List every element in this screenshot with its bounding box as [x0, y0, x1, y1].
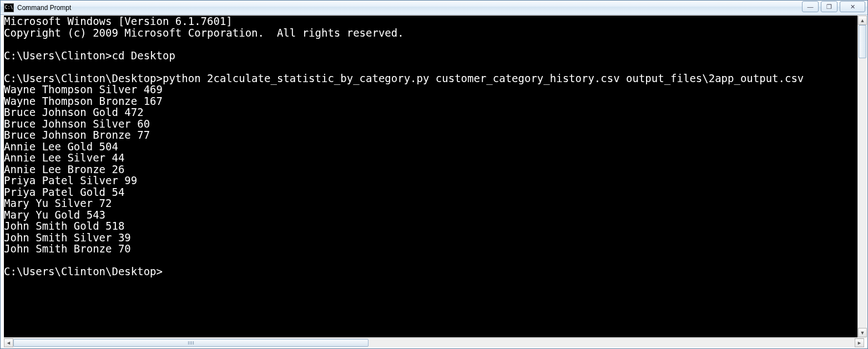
maximize-button[interactable]: ❐ — [821, 1, 837, 12]
terminal-output: Microsoft Windows [Version 6.1.7601]Copy… — [4, 16, 864, 277]
scroll-down-button[interactable]: ▼ — [858, 328, 867, 337]
vertical-scroll-track[interactable] — [858, 25, 867, 328]
terminal-line: Bruce Johnson Gold 472 — [4, 107, 864, 118]
chevron-up-icon: ▲ — [860, 18, 865, 23]
terminal-line: C:\Users\Clinton\Desktop>python 2calcula… — [4, 73, 864, 84]
scroll-left-button[interactable]: ◄ — [4, 338, 13, 347]
window-controls: — ❐ ✕ — [802, 1, 865, 12]
chevron-right-icon: ► — [857, 340, 862, 346]
chevron-left-icon: ◄ — [6, 340, 11, 346]
terminal-line — [4, 255, 864, 266]
terminal-line: Annie Lee Bronze 26 — [4, 164, 864, 175]
titlebar[interactable]: C:\ Command Prompt — ❐ ✕ — [1, 1, 867, 15]
close-button[interactable]: ✕ — [840, 1, 865, 12]
scroll-right-button[interactable]: ► — [855, 338, 864, 347]
maximize-icon: ❐ — [826, 3, 832, 11]
cmd-icon-label: C:\ — [5, 6, 13, 10]
terminal-line: C:\Users\Clinton\Desktop> — [4, 266, 864, 277]
terminal-line: Copyright (c) 2009 Microsoft Corporation… — [4, 27, 864, 39]
vertical-scroll-thumb[interactable] — [859, 25, 866, 58]
window-title: Command Prompt — [17, 4, 71, 12]
terminal-line: Priya Patel Silver 99 — [4, 175, 864, 186]
terminal-line: C:\Users\Clinton>cd Desktop — [4, 50, 864, 62]
terminal-line: Wayne Thompson Silver 469 — [4, 84, 864, 95]
terminal-line: Microsoft Windows [Version 6.1.7601] — [4, 16, 864, 27]
command-prompt-window: C:\ Command Prompt — ❐ ✕ Microsoft Windo… — [0, 0, 868, 349]
terminal-line: Priya Patel Gold 54 — [4, 186, 864, 198]
terminal-line: Annie Lee Gold 504 — [4, 141, 864, 153]
terminal-line: Mary Yu Silver 72 — [4, 198, 864, 209]
terminal-line — [4, 61, 864, 73]
terminal-viewport[interactable]: Microsoft Windows [Version 6.1.7601]Copy… — [4, 16, 864, 337]
terminal-line: John Smith Gold 518 — [4, 220, 864, 232]
terminal-line: Wayne Thompson Bronze 167 — [4, 95, 864, 107]
chevron-down-icon: ▼ — [860, 330, 865, 336]
close-icon: ✕ — [850, 3, 855, 11]
terminal-line: Annie Lee Silver 44 — [4, 152, 864, 164]
minimize-button[interactable]: — — [802, 1, 819, 12]
terminal-line: Bruce Johnson Silver 60 — [4, 118, 864, 130]
cmd-icon: C:\ — [4, 3, 14, 12]
terminal-line: Bruce Johnson Bronze 77 — [4, 129, 864, 141]
vertical-scrollbar[interactable]: ▲ ▼ — [857, 16, 867, 337]
terminal-line — [4, 38, 864, 50]
terminal-line: John Smith Bronze 70 — [4, 243, 864, 255]
terminal-line: Mary Yu Gold 543 — [4, 209, 864, 221]
terminal-line: John Smith Silver 39 — [4, 232, 864, 244]
horizontal-scroll-thumb[interactable] — [13, 339, 369, 347]
scroll-up-button[interactable]: ▲ — [858, 16, 867, 25]
minimize-icon: — — [808, 3, 814, 10]
horizontal-scroll-track[interactable] — [13, 338, 855, 347]
horizontal-scrollbar[interactable]: ◄ ► — [4, 338, 864, 347]
